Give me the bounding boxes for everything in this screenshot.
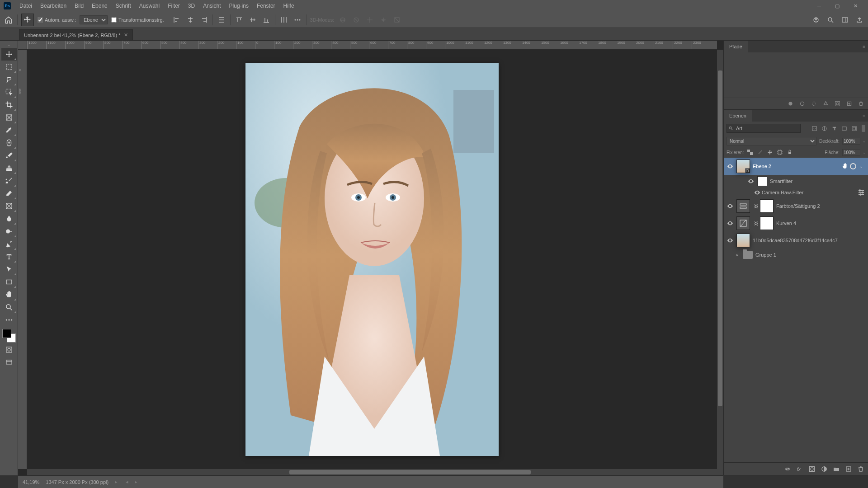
- lock-position-icon[interactable]: [766, 149, 774, 156]
- layer-expand-icon[interactable]: ⌄: [857, 164, 865, 169]
- window-maximize[interactable]: ▢: [828, 0, 846, 12]
- panel-menu-icon[interactable]: ≡: [860, 113, 868, 118]
- panel-menu-icon[interactable]: ≡: [860, 44, 868, 49]
- blur-tool[interactable]: [1, 212, 17, 225]
- align-center-v-icon[interactable]: [248, 15, 258, 25]
- visibility-toggle[interactable]: [724, 163, 736, 169]
- ruler-vertical[interactable]: 0100: [18, 50, 27, 469]
- scrollbar-horizontal[interactable]: [27, 469, 717, 475]
- layer-name[interactable]: Gruppe 1: [755, 252, 865, 258]
- dodge-tool[interactable]: [1, 225, 17, 238]
- dropdown-arrow-icon[interactable]: ⌵: [863, 139, 865, 143]
- link-layers-icon[interactable]: [783, 465, 791, 473]
- filter-pixel-icon[interactable]: [810, 124, 818, 132]
- close-tab-icon[interactable]: ✕: [124, 32, 128, 38]
- filter-toggle[interactable]: [862, 125, 865, 132]
- scrollbar-thumb[interactable]: [289, 470, 531, 474]
- filter-mask-thumbnail[interactable]: [757, 176, 767, 186]
- layer-mask-thumbnail[interactable]: [760, 199, 774, 213]
- dropdown-arrow-icon[interactable]: ⌵: [863, 150, 865, 155]
- layers-tab[interactable]: Ebenen: [724, 110, 752, 122]
- filter-blending-icon[interactable]: [857, 188, 865, 197]
- layer-row[interactable]: ⛓︎ Farbton/Sättigung 2: [724, 197, 868, 215]
- add-mask-icon[interactable]: [834, 100, 841, 108]
- path-selection-tool[interactable]: [1, 263, 17, 276]
- visibility-toggle[interactable]: [745, 178, 757, 184]
- zoom-level[interactable]: 41,19%: [23, 479, 39, 485]
- menu-window[interactable]: Fenster: [253, 0, 279, 12]
- scrollbar-thumb[interactable]: [718, 70, 722, 406]
- add-mask-icon[interactable]: [808, 465, 816, 473]
- filter-type-icon[interactable]: [830, 124, 838, 132]
- new-path-icon[interactable]: [845, 100, 853, 108]
- edit-toolbar-icon[interactable]: [1, 314, 17, 326]
- zoom-tool[interactable]: [1, 301, 17, 314]
- delete-path-icon[interactable]: [857, 100, 864, 108]
- delete-layer-icon[interactable]: [857, 465, 864, 473]
- smartfilter-entry[interactable]: Camera Raw-Filter: [724, 188, 868, 197]
- auto-select-check[interactable]: [38, 17, 43, 23]
- brush-tool[interactable]: [1, 149, 17, 162]
- auto-select-dropdown[interactable]: Ebene: [80, 15, 108, 24]
- filter-adjustment-icon[interactable]: [820, 124, 828, 132]
- foreground-color[interactable]: [2, 329, 11, 338]
- hand-tool[interactable]: [1, 288, 17, 301]
- opacity-input[interactable]: [842, 138, 860, 145]
- new-layer-icon[interactable]: [844, 465, 852, 473]
- layer-name[interactable]: Farbton/Sättigung 2: [776, 203, 865, 209]
- layer-row[interactable]: 11b0d5dcae835708d472f6d3f14ca4c7: [724, 232, 868, 249]
- fill-path-icon[interactable]: [787, 100, 794, 108]
- transform-controls-checkbox[interactable]: Transformationsstrg.: [111, 17, 164, 23]
- stroke-path-icon[interactable]: [798, 100, 806, 108]
- lock-all-icon[interactable]: [786, 149, 793, 156]
- mask-link-icon[interactable]: ⛓︎: [754, 221, 759, 226]
- lock-pixels-icon[interactable]: [756, 149, 764, 156]
- layer-thumbnail[interactable]: [736, 234, 750, 247]
- auto-select-checkbox[interactable]: Autom. ausw.:: [38, 17, 76, 23]
- layer-name[interactable]: Kurven 4: [776, 221, 865, 226]
- blend-mode-dropdown[interactable]: Normal: [726, 137, 816, 145]
- menu-3d[interactable]: 3D: [184, 0, 199, 12]
- share-icon[interactable]: [854, 15, 864, 25]
- type-tool[interactable]: [1, 250, 17, 263]
- eraser-tool[interactable]: [1, 187, 17, 200]
- path-to-selection-icon[interactable]: [810, 100, 817, 108]
- crop-tool[interactable]: [1, 99, 17, 111]
- layer-row[interactable]: ⛓︎ Kurven 4: [724, 215, 868, 232]
- marquee-tool[interactable]: [1, 61, 17, 73]
- status-nav-prev-icon[interactable]: ◂: [126, 479, 128, 485]
- lock-artboard-icon[interactable]: [776, 149, 783, 156]
- menu-view[interactable]: Ansicht: [199, 0, 225, 12]
- pen-tool[interactable]: [1, 238, 17, 250]
- canvas-viewport[interactable]: [27, 50, 717, 469]
- menu-help[interactable]: Hilfe: [279, 0, 298, 12]
- link-indicator-icon[interactable]: [849, 162, 857, 170]
- layers-list[interactable]: ▢ Ebene 2 ⌄ Smartfilter: [724, 158, 868, 462]
- layer-group-row[interactable]: ▸ Gruppe 1: [724, 249, 868, 261]
- ruler-origin[interactable]: [18, 41, 27, 50]
- layer-style-icon[interactable]: fx: [796, 465, 803, 473]
- more-options-icon[interactable]: [292, 15, 302, 25]
- window-close[interactable]: ✕: [846, 0, 864, 12]
- eyedropper-tool[interactable]: [1, 124, 17, 136]
- healing-brush-tool[interactable]: [1, 136, 17, 149]
- layer-mask-thumbnail[interactable]: [760, 216, 774, 230]
- visibility-toggle[interactable]: [753, 189, 762, 196]
- quickmask-mode-icon[interactable]: [1, 344, 17, 355]
- search-icon[interactable]: [826, 15, 835, 25]
- document-tab[interactable]: Unbenannt-2 bei 41,2% (Ebene 2, RGB/8) *…: [19, 29, 133, 40]
- color-swatch[interactable]: [2, 329, 16, 343]
- menu-plugins[interactable]: Plug-ins: [225, 0, 253, 12]
- distribute-v-icon[interactable]: [279, 15, 289, 25]
- menu-layer[interactable]: Ebene: [88, 0, 112, 12]
- adjustment-thumbnail[interactable]: [736, 216, 750, 230]
- status-info-arrow-icon[interactable]: ▸: [115, 479, 118, 485]
- mask-link-icon[interactable]: ⛓︎: [754, 204, 759, 209]
- clone-stamp-tool[interactable]: [1, 162, 17, 174]
- tools-expand-icon[interactable]: »: [0, 42, 18, 48]
- paths-list[interactable]: [724, 52, 868, 98]
- layers-search-input[interactable]: [726, 124, 801, 133]
- new-group-icon[interactable]: [832, 465, 840, 473]
- paths-tab[interactable]: Pfade: [724, 41, 748, 52]
- align-left-icon[interactable]: [172, 15, 182, 25]
